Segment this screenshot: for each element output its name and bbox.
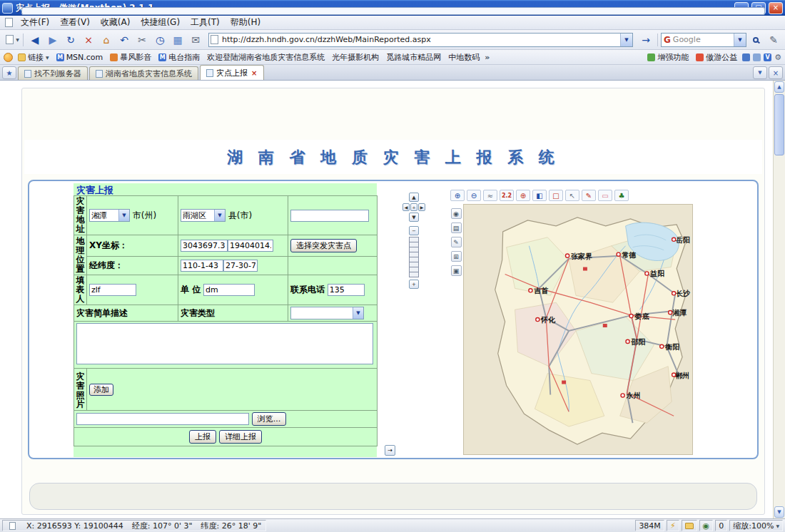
y-coordinate-input[interactable] bbox=[228, 240, 273, 252]
new-page-button[interactable]: ▼ bbox=[3, 32, 20, 48]
undo-button[interactable]: ↶ bbox=[116, 32, 133, 48]
edit-search-button[interactable]: ✎ bbox=[765, 32, 782, 48]
longitude-input[interactable] bbox=[181, 260, 223, 272]
expand-panel-button[interactable]: → bbox=[385, 445, 395, 456]
history-button[interactable]: ◷ bbox=[151, 32, 168, 48]
shield-icon[interactable]: V bbox=[764, 53, 771, 61]
menu-help[interactable]: 帮助(H) bbox=[226, 15, 265, 30]
latitude-input[interactable] bbox=[223, 260, 258, 272]
select-window-button[interactable]: □ bbox=[549, 190, 563, 201]
scroll-up-button[interactable]: ▲ bbox=[774, 81, 784, 93]
zoom-window-button[interactable]: ◧ bbox=[532, 190, 547, 201]
tab-list-button[interactable]: ▼ bbox=[753, 66, 767, 79]
grid-button[interactable]: ⊞ bbox=[451, 251, 462, 262]
link-links[interactable]: 链接▼ bbox=[16, 51, 51, 63]
close-button[interactable]: × bbox=[769, 2, 783, 14]
city-select[interactable]: 湘潭▼ bbox=[89, 209, 130, 222]
link-msn[interactable]: MMSN.com bbox=[54, 52, 106, 63]
pan-button[interactable]: ≈ bbox=[483, 190, 497, 201]
gear-icon[interactable]: ⚙ bbox=[774, 53, 781, 62]
mail-button[interactable]: ✉ bbox=[187, 32, 204, 48]
address-detail-input[interactable] bbox=[290, 210, 369, 222]
menu-tools[interactable]: 工具(T) bbox=[186, 15, 225, 30]
tab-server-not-found[interactable]: 找不到服务器 bbox=[18, 66, 88, 80]
close-tab-icon[interactable]: × bbox=[250, 69, 258, 77]
county-select[interactable]: 雨湖区▼ bbox=[181, 209, 226, 222]
downloads-segment[interactable] bbox=[682, 520, 697, 531]
eraser-button[interactable]: ▭ bbox=[598, 190, 612, 201]
detailed-report-button[interactable]: 详细上报 bbox=[219, 430, 262, 444]
search-button[interactable] bbox=[747, 32, 764, 48]
menu-groups[interactable]: 快捷组(G) bbox=[136, 15, 185, 30]
link-zhongdi[interactable]: 中地数码 bbox=[446, 51, 482, 63]
sidebar-panel-icon[interactable] bbox=[742, 53, 750, 61]
search-box[interactable]: G Google ▼ bbox=[661, 33, 746, 47]
legend-button[interactable]: ▣ bbox=[451, 265, 462, 276]
link-hunan-geo[interactable]: 欢迎登陆湖南省地质灾害信息系统 bbox=[205, 51, 327, 63]
menu-file[interactable]: 文件(F) bbox=[16, 15, 54, 30]
snip-button[interactable]: ✂ bbox=[133, 32, 151, 48]
full-extent-button[interactable]: ⊕ bbox=[516, 190, 530, 201]
pan-right-button[interactable]: ▶ bbox=[418, 203, 425, 211]
description-textarea[interactable] bbox=[76, 323, 373, 364]
hunan-map[interactable]: 张家界 常德 岳阳 益阳 吉首 长沙 怀化 娄底 湘潭 邵阳 衡阳 永州 bbox=[463, 204, 693, 455]
unit-input[interactable] bbox=[203, 284, 255, 296]
back-button[interactable]: ◀ bbox=[26, 32, 44, 48]
photo-file-input[interactable] bbox=[76, 413, 249, 425]
pan-up-button[interactable]: ▲ bbox=[409, 193, 419, 202]
home-button[interactable]: ⌂ bbox=[98, 32, 115, 48]
scroll-down-button[interactable]: ▼ bbox=[774, 506, 784, 518]
zoom-segment[interactable]: 缩放:100% ▼ bbox=[729, 520, 783, 531]
scrollbar-track[interactable] bbox=[774, 156, 785, 506]
link-city[interactable]: 觅路城市精品网 bbox=[384, 51, 443, 63]
submit-report-button[interactable]: 上报 bbox=[189, 430, 216, 444]
notes-icon[interactable] bbox=[753, 53, 761, 61]
scrollbar-thumb[interactable] bbox=[774, 94, 784, 155]
point-select-button[interactable]: ↖ bbox=[565, 190, 579, 201]
add-photo-button[interactable]: 添加 bbox=[89, 384, 113, 396]
overview-map-button[interactable]: ◉ bbox=[451, 208, 462, 219]
identify-button[interactable]: ✎ bbox=[582, 190, 596, 201]
reporter-name-input[interactable] bbox=[89, 284, 136, 296]
zoom-level-slider[interactable] bbox=[409, 237, 419, 277]
charity-button[interactable]: 傲游公益 bbox=[694, 51, 739, 63]
link-radio[interactable]: M电台指南 bbox=[156, 51, 202, 63]
zoom-out-step-button[interactable]: − bbox=[409, 226, 419, 235]
pan-center-button[interactable]: + bbox=[410, 203, 417, 211]
links-overflow-button[interactable]: » bbox=[485, 53, 490, 62]
go-button[interactable]: → bbox=[637, 32, 654, 48]
disaster-type-select[interactable]: ▼ bbox=[290, 307, 364, 319]
address-dropdown-button[interactable]: ▼ bbox=[620, 34, 632, 46]
x-coordinate-input[interactable] bbox=[181, 240, 228, 252]
browse-button[interactable]: 浏览... bbox=[252, 412, 287, 426]
plugins-button[interactable]: 增强功能 bbox=[645, 51, 691, 63]
close-all-tabs-button[interactable]: × bbox=[769, 66, 783, 79]
zoom-in-step-button[interactable]: + bbox=[409, 280, 419, 289]
pick-disaster-point-button[interactable]: 选择突发灾害点 bbox=[290, 239, 357, 252]
annotate-button[interactable]: ✎ bbox=[451, 237, 462, 247]
tab-disaster-report[interactable]: 灾点上报 × bbox=[200, 65, 264, 80]
online-segment[interactable]: ◉ bbox=[699, 520, 714, 531]
link-storm[interactable]: 暴风影音 bbox=[108, 51, 153, 63]
tab-hunan-geo-system[interactable]: 湖南省地质灾害信息系统 bbox=[89, 66, 198, 80]
pan-down-button[interactable]: ▼ bbox=[409, 213, 419, 222]
favorites-button[interactable]: ★ bbox=[2, 66, 16, 79]
refresh-button[interactable]: ↻ bbox=[62, 32, 79, 48]
vertical-scrollbar[interactable]: ▲ ▼ bbox=[773, 81, 785, 518]
overview-button[interactable]: ♣ bbox=[614, 190, 629, 201]
zoom-out-button[interactable]: ⊖ bbox=[467, 190, 481, 201]
link-photo[interactable]: 光年摄影机构 bbox=[330, 51, 381, 63]
pan-left-button[interactable]: ◀ bbox=[402, 203, 410, 211]
measure-button[interactable]: 2.2 bbox=[500, 190, 514, 201]
capture-button[interactable]: ▦ bbox=[169, 32, 186, 48]
address-input[interactable] bbox=[220, 34, 620, 46]
flash-segment[interactable]: ⚡ bbox=[667, 520, 679, 531]
menu-view[interactable]: 查看(V) bbox=[55, 15, 95, 30]
menu-favorites[interactable]: 收藏(A) bbox=[96, 15, 136, 30]
stop-button[interactable]: × bbox=[80, 32, 97, 48]
forward-button[interactable]: ▶ bbox=[44, 32, 61, 48]
search-dropdown-button[interactable]: ▼ bbox=[734, 34, 746, 46]
zoom-in-button[interactable]: ⊕ bbox=[450, 190, 465, 201]
layers-button[interactable]: ▤ bbox=[451, 222, 462, 233]
phone-input[interactable] bbox=[328, 284, 365, 296]
